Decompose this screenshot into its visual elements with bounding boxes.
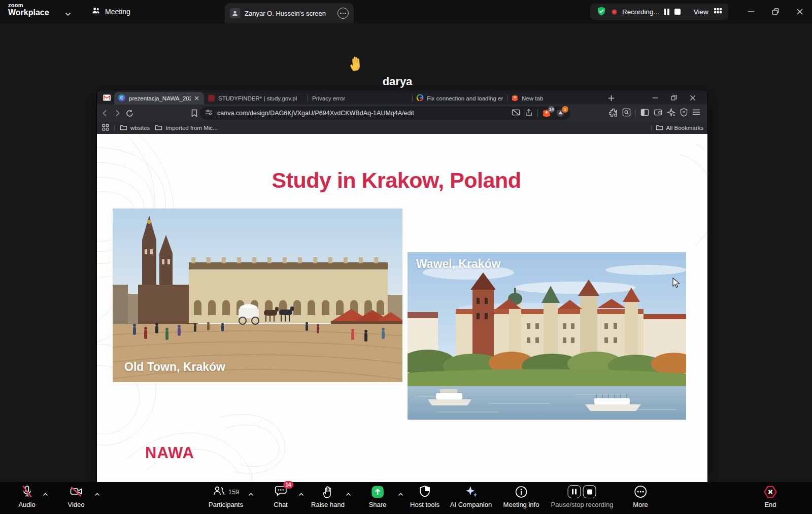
participants-options-caret[interactable] [248, 489, 254, 498]
svg-text:C: C [120, 95, 123, 100]
bookmark-flag-icon[interactable] [189, 108, 199, 118]
security-shield-icon[interactable] [596, 6, 606, 18]
chat-options-caret[interactable] [298, 489, 304, 498]
tab-meeting[interactable]: Meeting [91, 6, 130, 17]
end-meeting-button[interactable]: End [763, 482, 777, 514]
share-options-caret[interactable] [398, 489, 403, 498]
pause-recording-button[interactable] [568, 485, 581, 498]
audio-label: Audio [18, 501, 35, 508]
video-button[interactable]: Video [67, 482, 84, 514]
host-tools-shield-icon [419, 485, 431, 498]
url-text[interactable]: canva.com/design/DAG6KjVXgaU/P694XvdCKWB… [217, 110, 507, 117]
chat-button[interactable]: 14 Chat [274, 482, 287, 514]
browser-restore-icon[interactable] [669, 93, 679, 103]
caption-wawel: Wawel, Kraków [416, 257, 501, 271]
more-button[interactable]: More [633, 482, 648, 514]
sidebar-icon[interactable] [640, 109, 649, 118]
back-icon[interactable] [100, 108, 110, 118]
active-speaker-name: darya [383, 75, 413, 88]
site-settings-icon[interactable] [205, 109, 213, 117]
audio-button[interactable]: Audio [18, 482, 35, 514]
tab-presentation[interactable]: C prezentacja_NAWA_2024 1.pptx [114, 92, 204, 105]
gmail-icon [103, 94, 111, 102]
view-grid-icon[interactable] [714, 7, 722, 16]
minimize-window-icon[interactable] [739, 0, 763, 23]
brand-zoom: zoom [8, 3, 49, 8]
pause-recording-icon[interactable] [664, 9, 669, 15]
share-screen-icon [370, 485, 384, 498]
tab-options-icon[interactable] [337, 8, 349, 19]
all-bookmarks[interactable]: All Bookmarks [656, 124, 704, 131]
brand-workplace: Workplace [8, 9, 49, 17]
tab-shared-screen[interactable]: Zanyar O. Hussein's screen [225, 3, 354, 23]
menu-hamburger-icon[interactable] [692, 109, 700, 118]
participants-button[interactable]: 159 Participants [209, 482, 243, 514]
video-label: Video [67, 501, 84, 508]
tab-title: Privacy error [312, 95, 345, 101]
stop-recording-icon[interactable] [674, 9, 681, 15]
tab-studyfinder[interactable]: STUDYFINDER* | study.gov.pl [204, 92, 308, 105]
zoom-workplace-logo: zoom Workplace [8, 3, 49, 17]
brave-shield-icon[interactable]: 14 [543, 109, 552, 118]
extensions-puzzle-icon[interactable] [609, 108, 618, 119]
stop-recording-button[interactable] [583, 485, 596, 498]
caption-old-town: Old Town, Kraków [124, 360, 225, 374]
all-bookmarks-label: All Bookmarks [666, 125, 704, 131]
chevron-down-icon[interactable] [65, 9, 71, 18]
browser-window: C prezentacja_NAWA_2024 1.pptx STUDYFIND… [97, 90, 707, 482]
shield-badge: 14 [548, 106, 555, 113]
brave-icon [512, 94, 518, 102]
apps-grid-icon[interactable] [102, 124, 109, 132]
meeting-label: Meeting [105, 8, 130, 16]
leo-ai-sparkle-icon[interactable] [667, 108, 675, 119]
zoom-titlebar: zoom Workplace Meeting Zanyar O. Hussein… [0, 0, 812, 23]
folder-label: wbsites [130, 125, 150, 131]
recording-label: Recording... [622, 8, 659, 16]
folder-label: Imported from Mic... [165, 125, 217, 131]
chat-unread-badge: 14 [283, 481, 293, 489]
tab-google-search[interactable]: Fix connection and loading errors in ( [413, 92, 507, 105]
share-button[interactable]: Share [369, 482, 387, 514]
pinned-tab-gmail[interactable] [99, 92, 114, 105]
rewards-shield-icon[interactable] [680, 108, 688, 119]
close-window-icon[interactable] [788, 0, 812, 23]
share-page-icon[interactable] [525, 109, 533, 118]
tab-privacy-error[interactable]: Privacy error [308, 92, 412, 105]
bookmark-folder-wbsites[interactable]: wbsites [120, 124, 150, 131]
ai-companion-button[interactable]: AI Companion [450, 482, 492, 514]
bookmarks-bar: wbsites Imported from Mic... All Bookmar… [97, 122, 707, 134]
host-tools-label: Host tools [410, 501, 439, 508]
media-blocked-icon[interactable] [512, 109, 520, 118]
raise-hand-icon [322, 485, 333, 498]
host-tools-button[interactable]: Host tools [410, 482, 439, 514]
extension-icons [609, 105, 700, 122]
close-tab-icon[interactable] [194, 95, 199, 101]
folder-icon [120, 124, 127, 131]
browser-minimize-icon[interactable] [650, 93, 660, 103]
forward-icon[interactable] [112, 108, 122, 118]
new-tab-icon[interactable] [606, 93, 616, 103]
raise-hand-button[interactable]: Raise hand [311, 482, 345, 514]
photo-wawel: Wawel, Kraków [408, 252, 686, 420]
nawa-logo-text: NAWA [145, 444, 194, 462]
bookmark-folder-imported[interactable]: Imported from Mic... [155, 124, 217, 131]
window-controls [739, 0, 812, 23]
raise-hand-options-caret[interactable] [346, 489, 351, 498]
raised-hand-emoji [348, 54, 364, 75]
blocker-badge: 1 [562, 106, 568, 113]
view-label[interactable]: View [694, 8, 708, 16]
video-options-caret[interactable] [94, 489, 100, 498]
avatar [230, 8, 240, 18]
audio-options-caret[interactable] [43, 489, 48, 498]
browser-close-icon[interactable] [688, 93, 698, 103]
wallet-icon[interactable] [654, 109, 662, 118]
search-tabs-icon[interactable] [622, 108, 631, 119]
tab-new-tab[interactable]: New tab [507, 92, 594, 105]
adblocker-icon[interactable]: 1 [556, 109, 565, 118]
restore-window-icon[interactable] [763, 0, 788, 23]
meeting-info-button[interactable]: Meeting info [503, 482, 539, 514]
more-label: More [633, 501, 648, 508]
browser-toolbar: canva.com/design/DAG6KjVXgaU/P694XvdCKWB… [97, 105, 707, 122]
reload-icon[interactable] [124, 108, 134, 118]
url-bar[interactable]: canva.com/design/DAG6KjVXgaU/P694XvdCKWB… [200, 107, 570, 120]
